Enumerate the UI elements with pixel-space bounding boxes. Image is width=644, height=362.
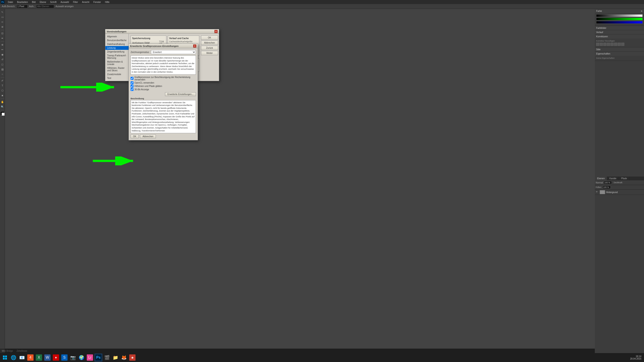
tool-hand[interactable]: ✋ — [0, 100, 5, 104]
ie-btn[interactable]: 🌐 — [10, 354, 18, 362]
deckkraft-input[interactable] — [604, 181, 612, 184]
nav-transp[interactable]: Transp./Farbraumf-Warnung — [105, 54, 128, 60]
tab-kanale[interactable]: Kanäle — [607, 177, 619, 180]
app13-btn[interactable]: 🎬 — [103, 354, 111, 362]
korrektur-icon-6[interactable] — [614, 43, 617, 46]
erweiterte-einstellungen-btn[interactable]: Erweiterte Einstellungen... — [165, 92, 196, 96]
tool-path[interactable]: ⬡ — [0, 88, 5, 93]
tool-lasso[interactable]: ⊂ — [0, 20, 5, 24]
tool-gradient[interactable]: ▨ — [0, 67, 5, 71]
menu-ebene[interactable]: Ebene — [39, 1, 47, 3]
tool-eraser[interactable]: ◻ — [0, 62, 5, 67]
gpu-checkbox-1[interactable] — [130, 81, 134, 84]
nav-benutzeroberflache[interactable]: Benutzeroberfläche — [105, 38, 128, 42]
nav-hilfslinien[interactable]: Hilfslinien, Raster und Slices — [105, 66, 128, 72]
menu-auswahl[interactable]: Auswahl — [60, 1, 70, 3]
verlauf-header[interactable]: Verlauf — [595, 30, 644, 34]
menu-datei[interactable]: Datei — [7, 1, 14, 3]
chrome-btn[interactable]: 🌍 — [77, 354, 86, 362]
fullen-input[interactable] — [603, 186, 611, 189]
background-color[interactable] — [2, 113, 5, 116]
gpu-ok-btn[interactable]: OK — [130, 134, 139, 138]
korrekturen-header[interactable]: Korrekturen — [595, 34, 644, 38]
tool-dodge[interactable]: ○ — [0, 72, 5, 76]
gpu-abbrechen-btn[interactable]: Abbrechen — [140, 134, 156, 138]
layer-eye-1[interactable]: 👁 — [596, 191, 599, 194]
weiter-btn[interactable]: Weiter — [201, 51, 218, 55]
korrektur-icon-5[interactable] — [610, 43, 614, 46]
gpu-checkbox-0[interactable] — [130, 77, 134, 80]
farbfelder-header[interactable]: Farbfelder — [595, 26, 644, 30]
app15-btn[interactable]: 🦊 — [120, 354, 128, 362]
korrektur-icon-7[interactable] — [618, 43, 621, 46]
app9-btn[interactable]: 📷 — [69, 354, 77, 362]
tool-move[interactable]: ↖ — [0, 10, 5, 14]
gpu-check-label-3: 30-Bit-Anzeige — [134, 88, 149, 91]
voreinstellungen-close-btn[interactable]: × — [214, 30, 218, 33]
nav-dateihandhabung[interactable]: Dateihandhabung — [105, 42, 128, 46]
stile-section: Stile — [595, 47, 644, 52]
tab-pfade[interactable]: Pfade — [619, 177, 630, 180]
tab-ebenen[interactable]: Ebenen — [595, 177, 607, 180]
abbrechen-btn[interactable]: Abbrechen — [201, 41, 218, 45]
app14-icon: 📁 — [112, 355, 118, 361]
nav-leistung[interactable]: Leistung — [105, 46, 128, 50]
korrektur-icon-2[interactable] — [600, 43, 603, 46]
menu-hilfe[interactable]: Hilfe — [104, 1, 110, 3]
korrektur-icon-1[interactable] — [596, 43, 599, 46]
korrektur-icon-8[interactable] — [621, 43, 624, 46]
tool-eyedropper[interactable]: ✒ — [0, 36, 5, 40]
ps-taskbar-btn[interactable]: Ps — [94, 354, 102, 362]
app11-btn[interactable]: Lr — [86, 354, 94, 362]
gpu-checkbox-2[interactable] — [130, 85, 134, 88]
app11-icon: Lr — [87, 355, 93, 361]
farbe-header[interactable]: Farbe ▶ — [595, 9, 644, 13]
aufn-input[interactable] — [36, 5, 54, 8]
color-gradient-b[interactable] — [596, 21, 643, 24]
tool-marquee[interactable]: ▭ — [0, 15, 5, 19]
app7-btn[interactable]: ♦ — [52, 354, 60, 362]
tool-pen[interactable]: ✐ — [0, 78, 5, 83]
gpu-checkbox-3[interactable] — [130, 88, 134, 91]
menu-fenster[interactable]: Fenster — [93, 1, 102, 3]
app8-btn[interactable]: S — [60, 354, 68, 362]
tool-history[interactable]: ↺ — [0, 57, 5, 62]
menu-ansicht[interactable]: Ansicht — [82, 1, 90, 3]
color-gradient-r[interactable] — [596, 14, 643, 17]
zeichnungsmodus-select[interactable]: Erweitert — [151, 50, 196, 54]
korrektur-icon-4[interactable] — [607, 43, 610, 46]
menu-bild[interactable]: Bild — [31, 1, 36, 3]
tool-quickselect[interactable]: ⊛ — [0, 24, 5, 29]
foreground-color[interactable] — [0, 111, 4, 115]
tool-crop[interactable]: ⊡ — [0, 31, 5, 35]
ok-btn[interactable]: OK — [201, 35, 218, 40]
tool-brush[interactable]: ✏ — [0, 47, 5, 52]
menu-schrift[interactable]: Schrift — [50, 1, 57, 3]
tool-heal[interactable]: ⊕ — [0, 42, 5, 47]
menu-bearbeiten[interactable]: Bearbeiten — [16, 1, 28, 3]
nav-masseinheiten[interactable]: Maßeinheiten & Lineale — [105, 60, 128, 66]
aufb-input[interactable] — [16, 5, 28, 8]
app14-btn[interactable]: 📁 — [111, 354, 120, 362]
outlook-btn[interactable]: 📧 — [18, 354, 26, 362]
app4-btn[interactable]: 4 — [26, 354, 34, 362]
stile-header[interactable]: Stile — [595, 47, 644, 51]
tool-zoom[interactable]: 🔍 — [0, 105, 5, 109]
app16-btn[interactable]: ★ — [128, 354, 136, 362]
color-gradient-g[interactable] — [596, 18, 643, 20]
nav-zusatzmodule[interactable]: Zusatzmodule — [105, 72, 128, 76]
excel-btn[interactable]: X — [35, 354, 43, 362]
nav-text[interactable]: Text — [105, 76, 128, 80]
tool-stamp[interactable]: ◉ — [0, 52, 5, 57]
eigenschaften-header[interactable]: Eigenschaften — [595, 52, 644, 56]
korrektur-icon-3[interactable] — [603, 43, 606, 46]
start-button[interactable] — [1, 354, 9, 362]
nav-zeigerdarstellung[interactable]: Zeigerdarstellung — [105, 50, 128, 54]
word-btn[interactable]: W — [44, 354, 52, 362]
menu-filter[interactable]: Filter — [72, 1, 79, 3]
tool-shape[interactable]: ■ — [0, 93, 5, 98]
tool-text[interactable]: T — [0, 83, 5, 88]
nav-allgemein[interactable]: Allgemein — [105, 35, 128, 38]
zuruck-btn[interactable]: Zurück — [201, 46, 218, 50]
gpu-close-btn[interactable]: × — [193, 44, 196, 48]
